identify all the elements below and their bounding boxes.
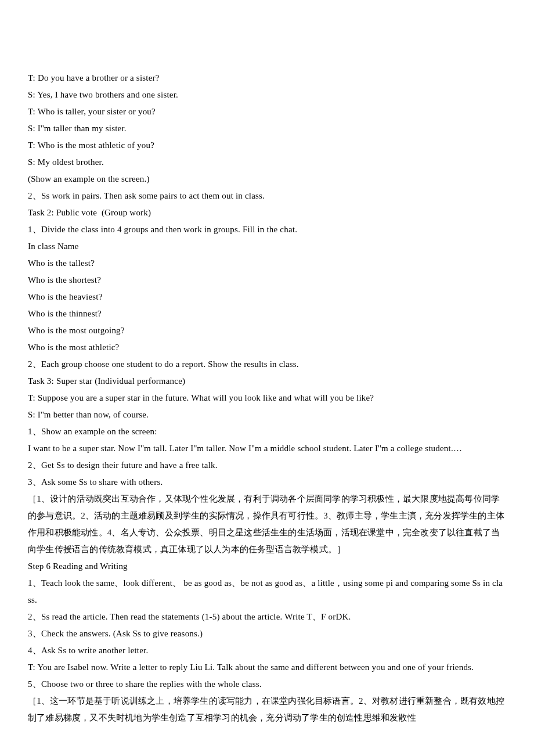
text-line: S: My oldest brother. bbox=[28, 154, 506, 171]
text-line: Who is the shortest? bbox=[28, 272, 506, 289]
text-line: 3、Ask some Ss to share with others. bbox=[28, 474, 506, 491]
text-line: Task 3: Super star (Individual performan… bbox=[28, 373, 506, 390]
text-line: 4、Ask Ss to write another letter. bbox=[28, 642, 506, 659]
text-line: T: Suppose you are a super star in the f… bbox=[28, 390, 506, 406]
text-line: S: I''m taller than my sister. bbox=[28, 120, 506, 137]
text-line: 2、Each group choose one student to do a … bbox=[28, 356, 506, 373]
text-line: Who is the tallest? bbox=[28, 255, 506, 272]
text-line: ［1、设计的活动既突出互动合作，又体现个性化发展，有利于调动各个层面同学的学习积… bbox=[28, 491, 506, 558]
text-line: T: Do you have a brother or a sister? bbox=[28, 70, 506, 87]
text-line: 5、Choose two or three to share the repli… bbox=[28, 676, 506, 693]
text-line: Step 6 Reading and Writing bbox=[28, 558, 506, 575]
text-line: 1、Divide the class into 4 groups and the… bbox=[28, 221, 506, 238]
text-line: T: You are Isabel now. Write a letter to… bbox=[28, 659, 506, 676]
text-line: 3、Check the answers. (Ask Ss to give rea… bbox=[28, 625, 506, 642]
text-line: Who is the most athletic? bbox=[28, 339, 506, 356]
text-line: 2、Ss work in pairs. Then ask some pairs … bbox=[28, 188, 506, 204]
text-line: 2、Get Ss to design their future and have… bbox=[28, 457, 506, 474]
text-line: Who is the heaviest? bbox=[28, 289, 506, 305]
text-line: 1、Show an example on the screen: bbox=[28, 423, 506, 440]
text-line: I want to be a super star. Now I''m tall… bbox=[28, 440, 506, 457]
document-page: T: Do you have a brother or a sister? S:… bbox=[0, 0, 534, 756]
text-line: Who is the most outgoing? bbox=[28, 322, 506, 339]
text-line: (Show an example on the screen.) bbox=[28, 171, 506, 188]
text-line: In class Name bbox=[28, 238, 506, 255]
text-line: S: Yes, I have two brothers and one sist… bbox=[28, 87, 506, 103]
text-line: Who is the thinnest? bbox=[28, 305, 506, 322]
text-line: S: I''m better than now, of course. bbox=[28, 406, 506, 423]
text-line: T: Who is taller, your sister or you? bbox=[28, 103, 506, 120]
text-line: T: Who is the most athletic of you? bbox=[28, 137, 506, 154]
text-line: 2、Ss read the article. Then read the sta… bbox=[28, 609, 506, 625]
text-line: ［1、这一环节是基于听说训练之上，培养学生的读写能力，在课堂内强化目标语言。2、… bbox=[28, 693, 506, 726]
text-line: Task 2: Public vote (Group work) bbox=[28, 204, 506, 221]
text-line: 1、Teach look the same、look different、 be… bbox=[28, 575, 506, 609]
